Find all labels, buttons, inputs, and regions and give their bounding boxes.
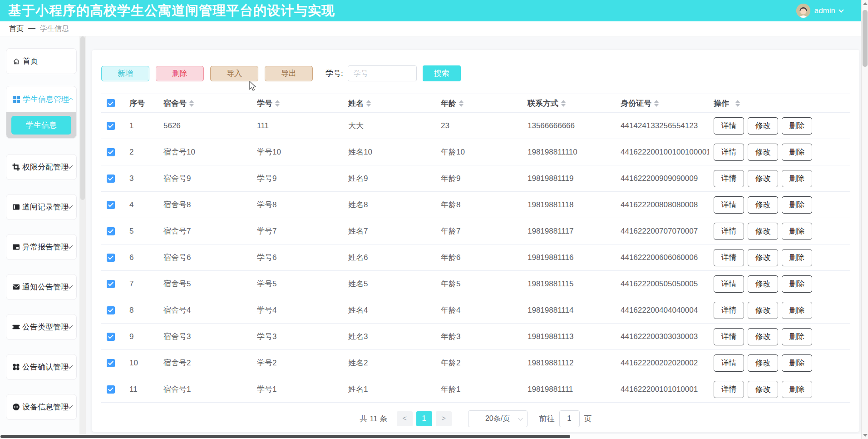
- row-checkbox[interactable]: [107, 227, 115, 235]
- delete-button[interactable]: 删除: [156, 66, 204, 81]
- sidebar-group-header[interactable]: 学生信息管理: [6, 86, 76, 112]
- prev-page-button[interactable]: <: [397, 411, 413, 426]
- detail-button[interactable]: 详情: [714, 381, 744, 398]
- row-delete-button[interactable]: 删除: [782, 117, 812, 135]
- edit-button[interactable]: 修改: [748, 170, 778, 187]
- user-menu[interactable]: admin: [796, 4, 843, 18]
- edit-button[interactable]: 修改: [748, 328, 778, 345]
- export-button[interactable]: 导出: [265, 66, 313, 81]
- edit-button[interactable]: 修改: [748, 249, 778, 266]
- sidebar-group-exception-report[interactable]: 异常报告管理: [6, 234, 77, 260]
- chevron-down-icon: [838, 7, 843, 12]
- cell-checkbox: [101, 227, 125, 235]
- sidebar-group-device-info[interactable]: 设备信息管理: [6, 394, 77, 420]
- cell-actions: 详情 修改 删除: [709, 302, 850, 319]
- exception-report-icon: [12, 243, 20, 251]
- breadcrumb-home[interactable]: 首页: [9, 24, 24, 34]
- row-delete-button[interactable]: 删除: [782, 354, 812, 372]
- edit-button[interactable]: 修改: [748, 354, 778, 372]
- detail-button[interactable]: 详情: [714, 249, 744, 266]
- sidebar-item-student-info[interactable]: 学生信息: [11, 116, 71, 135]
- detail-button[interactable]: 详情: [714, 223, 744, 240]
- sort-caret-icon[interactable]: [366, 100, 371, 107]
- sidebar-group-notice[interactable]: 通知公告管理: [6, 274, 77, 300]
- select-all-checkbox[interactable]: [107, 99, 115, 107]
- cell-actions: 详情 修改 删除: [709, 275, 850, 293]
- detail-button[interactable]: 详情: [714, 354, 744, 372]
- vertical-scrollbar-thumb[interactable]: [863, 10, 868, 67]
- row-checkbox[interactable]: [107, 122, 115, 130]
- horizontal-scrollbar[interactable]: [0, 434, 861, 439]
- cell-phone: 19819881112: [523, 359, 616, 368]
- edit-button[interactable]: 修改: [748, 275, 778, 293]
- sidebar-group-gate-record[interactable]: 道闸记录管理: [6, 194, 77, 220]
- sort-caret-icon[interactable]: [189, 100, 194, 107]
- cell-actions: 详情 修改 删除: [709, 223, 850, 240]
- add-button[interactable]: 新增: [101, 66, 149, 81]
- row-delete-button[interactable]: 删除: [782, 223, 812, 240]
- sort-caret-icon[interactable]: [654, 100, 659, 107]
- sort-caret-icon[interactable]: [275, 100, 280, 107]
- detail-button[interactable]: 详情: [714, 144, 744, 161]
- vertical-scrollbar[interactable]: [861, 0, 868, 439]
- sort-caret-icon[interactable]: [459, 100, 464, 107]
- cell-index: 11: [125, 385, 159, 394]
- detail-button[interactable]: 详情: [714, 275, 744, 293]
- grid-icon: [12, 95, 20, 104]
- sort-caret-icon[interactable]: [561, 100, 566, 107]
- edit-button[interactable]: 修改: [748, 302, 778, 319]
- sidebar-group-notice-confirm[interactable]: 公告确认管理: [6, 354, 77, 380]
- search-button[interactable]: 搜索: [423, 65, 461, 81]
- row-delete-button[interactable]: 删除: [782, 302, 812, 319]
- goto-page-input[interactable]: [559, 410, 580, 427]
- row-checkbox[interactable]: [107, 148, 115, 156]
- pagination-total: 共 11 条: [360, 414, 387, 424]
- detail-button[interactable]: 详情: [714, 170, 744, 187]
- row-checkbox[interactable]: [107, 175, 115, 183]
- row-checkbox[interactable]: [107, 280, 115, 288]
- row-delete-button[interactable]: 删除: [782, 170, 812, 187]
- notice-type-icon: [12, 323, 20, 331]
- app-header: 基于小程序的高校学生公寓道闸管理平台的设计与实现 admin: [0, 0, 868, 21]
- detail-button[interactable]: 详情: [714, 117, 744, 135]
- scroll-down-arrow-icon[interactable]: [863, 434, 868, 437]
- edit-button[interactable]: 修改: [748, 117, 778, 135]
- row-delete-button[interactable]: 删除: [782, 381, 812, 398]
- row-delete-button[interactable]: 删除: [782, 275, 812, 293]
- import-button[interactable]: 导入: [210, 66, 258, 81]
- next-page-button[interactable]: >: [436, 411, 452, 426]
- sort-caret-icon[interactable]: [735, 100, 740, 107]
- cell-checkbox: [101, 201, 125, 209]
- search-input[interactable]: [348, 65, 417, 81]
- sidebar-scrollbar[interactable]: [79, 36, 86, 439]
- row-delete-button[interactable]: 删除: [782, 328, 812, 345]
- sidebar-group-notice-type[interactable]: 公告类型管理: [6, 314, 77, 340]
- edit-button[interactable]: 修改: [748, 381, 778, 398]
- horizontal-scrollbar-thumb[interactable]: [0, 435, 570, 438]
- row-checkbox[interactable]: [107, 359, 115, 367]
- sidebar-scrollbar-thumb[interactable]: [80, 36, 85, 200]
- row-checkbox[interactable]: [107, 254, 115, 262]
- cell-dorm: 5626: [159, 121, 252, 130]
- edit-button[interactable]: 修改: [748, 223, 778, 240]
- row-delete-button[interactable]: 删除: [782, 249, 812, 266]
- sidebar-group-permission[interactable]: 权限分配管理: [6, 154, 77, 180]
- row-checkbox[interactable]: [107, 306, 115, 314]
- row-delete-button[interactable]: 删除: [782, 196, 812, 214]
- row-checkbox[interactable]: [107, 333, 115, 341]
- page-number-button[interactable]: 1: [416, 411, 432, 426]
- detail-button[interactable]: 详情: [714, 196, 744, 214]
- row-checkbox[interactable]: [107, 385, 115, 394]
- page-size-select[interactable]: 20条/页: [468, 410, 528, 427]
- detail-button[interactable]: 详情: [714, 328, 744, 345]
- edit-button[interactable]: 修改: [748, 196, 778, 214]
- cell-idcard: 441424133256554123: [616, 121, 709, 130]
- cell-name: 姓名8: [344, 200, 436, 210]
- scroll-up-arrow-icon[interactable]: [863, 2, 868, 5]
- cell-index: 9: [125, 332, 159, 341]
- sidebar-item-home[interactable]: 首页: [6, 48, 77, 74]
- detail-button[interactable]: 详情: [714, 302, 744, 319]
- edit-button[interactable]: 修改: [748, 144, 778, 161]
- row-checkbox[interactable]: [107, 201, 115, 209]
- row-delete-button[interactable]: 删除: [782, 144, 812, 161]
